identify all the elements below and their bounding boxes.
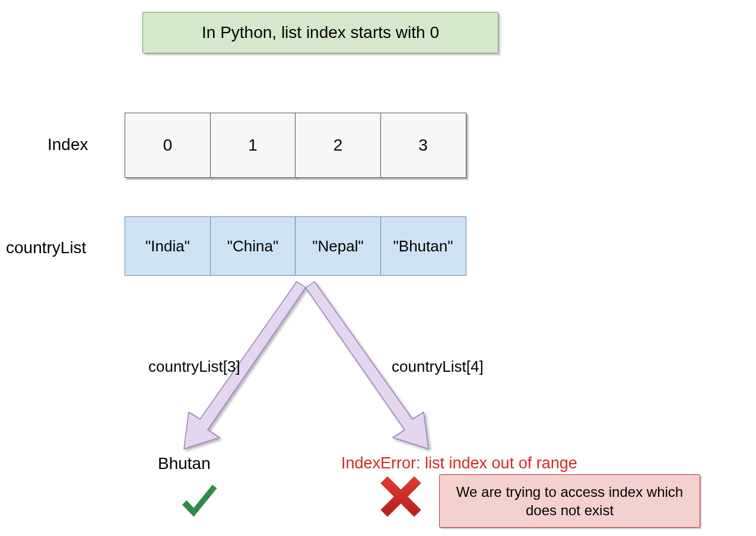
list-val-0: "India" bbox=[145, 237, 190, 256]
index-label: Index bbox=[47, 135, 88, 154]
index-val-0: 0 bbox=[163, 136, 173, 155]
title-text: In Python, list index starts with 0 bbox=[202, 23, 439, 42]
index-cell-0: 0 bbox=[125, 113, 211, 178]
index-cell-1: 1 bbox=[210, 113, 296, 178]
check-icon bbox=[177, 480, 221, 525]
list-val-1: "China" bbox=[227, 237, 278, 256]
list-val-3: "Bhutan" bbox=[393, 237, 453, 256]
index-cell-2: 2 bbox=[295, 113, 381, 178]
error-text: IndexError: list index out of range bbox=[341, 454, 577, 473]
title-box: In Python, list index starts with 0 bbox=[142, 12, 498, 53]
left-result: Bhutan bbox=[158, 454, 211, 473]
index-cell-3: 3 bbox=[380, 113, 466, 178]
list-val-2: "Nepal" bbox=[312, 237, 363, 256]
note-box: We are trying to access index which does… bbox=[439, 474, 700, 528]
note-text: We are trying to access index which does… bbox=[449, 483, 690, 519]
right-expr: countryList[4] bbox=[392, 358, 484, 376]
list-cell-2: "Nepal" bbox=[295, 216, 381, 276]
index-row: 0 1 2 3 bbox=[125, 113, 466, 178]
cross-icon bbox=[379, 474, 423, 519]
index-val-3: 3 bbox=[418, 136, 428, 155]
list-row: "India" "China" "Nepal" "Bhutan" bbox=[125, 216, 466, 276]
list-cell-1: "China" bbox=[210, 216, 296, 276]
list-cell-0: "India" bbox=[125, 216, 211, 276]
countrylist-label: countryList bbox=[6, 238, 86, 257]
index-val-1: 1 bbox=[248, 136, 258, 155]
list-cell-3: "Bhutan" bbox=[380, 216, 466, 276]
index-val-2: 2 bbox=[333, 136, 343, 155]
left-expr: countryList[3] bbox=[148, 358, 240, 376]
